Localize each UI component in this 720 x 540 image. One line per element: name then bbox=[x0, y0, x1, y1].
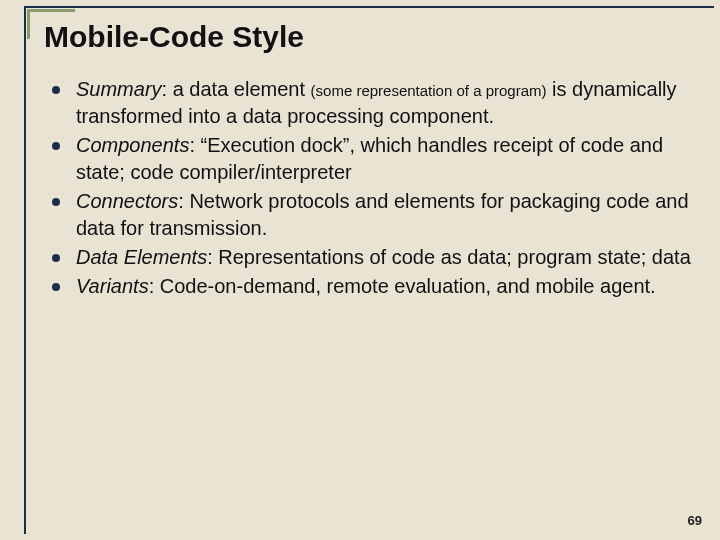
bullet-list: Summary: a data element (some representa… bbox=[44, 76, 700, 300]
bullet-text: : a data element bbox=[162, 78, 311, 100]
bullet-term: Connectors bbox=[76, 190, 178, 212]
list-item: Variants: Code-on-demand, remote evaluat… bbox=[48, 273, 700, 300]
bullet-text: : Representations of code as data; progr… bbox=[207, 246, 691, 268]
bullet-term: Data Elements bbox=[76, 246, 207, 268]
list-item: Connectors: Network protocols and elemen… bbox=[48, 188, 700, 242]
page-number: 69 bbox=[688, 513, 702, 528]
bullet-term: Variants bbox=[76, 275, 149, 297]
list-item: Components: “Execution dock”, which hand… bbox=[48, 132, 700, 186]
bullet-text: : Code-on-demand, remote evaluation, and… bbox=[149, 275, 656, 297]
bullet-term: Components bbox=[76, 134, 189, 156]
slide-content: Mobile-Code Style Summary: a data elemen… bbox=[44, 20, 700, 520]
bullet-term: Summary bbox=[76, 78, 162, 100]
bullet-small: (some representation of a program) bbox=[311, 82, 547, 99]
list-item: Summary: a data element (some representa… bbox=[48, 76, 700, 130]
slide-title: Mobile-Code Style bbox=[44, 20, 700, 54]
list-item: Data Elements: Representations of code a… bbox=[48, 244, 700, 271]
